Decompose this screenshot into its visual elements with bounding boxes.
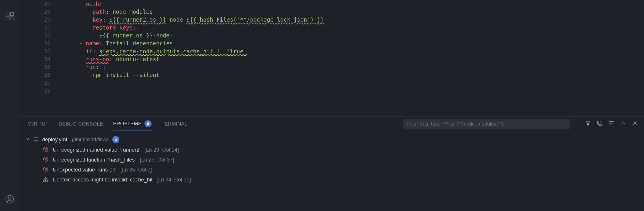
collapse-all-icon[interactable] [608,120,615,128]
tab-problems[interactable]: PROBLEMS 4 [113,117,152,131]
bottom-panel: OUTPUT DEBUG CONSOLE PROBLEMS 4 TERMINAL [19,116,644,211]
problem-location: [Ln 29, Col 37] [140,157,174,163]
panel-tabs: OUTPUT DEBUG CONSOLE PROBLEMS 4 TERMINAL [19,117,644,131]
error-icon [43,146,49,154]
problem-row[interactable]: Context access might be invalid: cache_h… [25,175,644,185]
svg-point-11 [45,180,46,181]
svg-rect-2 [10,17,13,20]
main-area: 272829303132333435363738 with: path: nod… [19,0,644,211]
error-icon [43,166,49,174]
list-icon [33,136,39,143]
filter-icon[interactable] [585,120,591,128]
tab-terminal[interactable]: TERMINAL [162,117,187,131]
problem-message: Context access might be invalid: cache_h… [53,177,152,183]
tab-output[interactable]: OUTPUT [28,117,49,131]
tab-problems-label: PROBLEMS [113,121,142,127]
close-icon[interactable] [632,120,638,128]
code-editor[interactable]: 272829303132333435363738 with: path: nod… [19,0,644,116]
problems-file-path: .github/workflows [71,137,109,143]
problem-row[interactable]: Unrecognized named-value: 'runner2'[Ln 2… [25,145,644,155]
svg-rect-6 [599,122,602,125]
chevron-up-icon[interactable] [620,120,626,128]
file-problem-count-badge: 4 [112,136,119,143]
svg-point-5 [9,197,11,200]
problem-message: Unexpected value 'runs-on' [53,167,116,173]
extensions-icon[interactable] [5,12,14,22]
problem-row[interactable]: Unrecognized function: 'hash_Files'[Ln 2… [25,155,644,165]
activity-bar [0,0,19,211]
problem-location: [Ln 29, Col 14] [145,147,179,153]
problem-location: [Ln 34, Col 11] [157,177,191,183]
problems-filter-input[interactable] [403,119,570,129]
svg-rect-7 [598,121,601,124]
problem-message: Unrecognized named-value: 'runner2' [53,147,140,153]
problems-file-row[interactable]: deploy.yml .github/workflows 4 [25,134,644,145]
problem-location: [Ln 35, Col 7] [120,167,152,173]
problem-row[interactable]: Unexpected value 'runs-on'[Ln 35, Col 7] [25,165,644,175]
copy-icon[interactable] [597,120,603,128]
svg-rect-0 [6,13,9,16]
accounts-icon[interactable] [5,195,14,205]
svg-rect-3 [11,13,14,16]
tab-debug-console[interactable]: DEBUG CONSOLE [59,117,103,131]
problems-count-badge: 4 [145,120,152,127]
problems-list: deploy.yml .github/workflows 4 Unrecogni… [19,131,644,211]
error-icon [43,156,49,164]
problem-message: Unrecognized function: 'hash_Files' [53,157,136,163]
svg-rect-1 [6,17,9,20]
problems-file-name: deploy.yml [42,137,67,143]
chevron-down-icon[interactable] [25,136,30,143]
warning-icon [43,176,49,183]
